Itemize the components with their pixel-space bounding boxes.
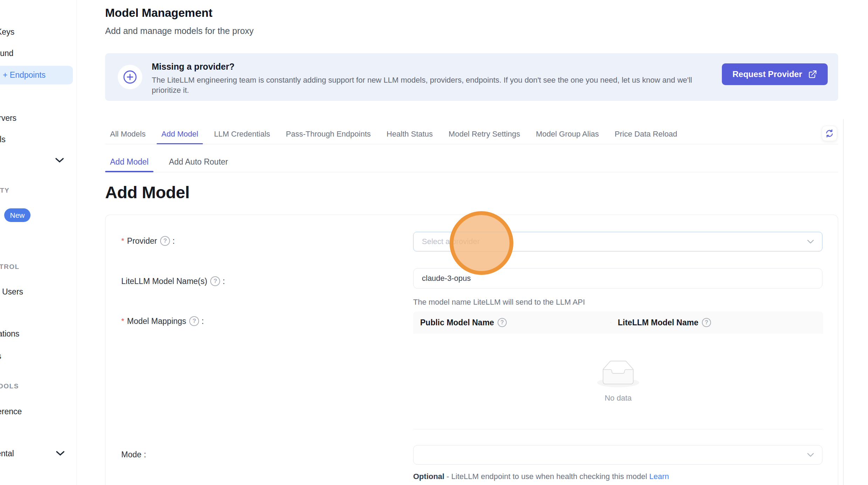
sidebar-item-keys[interactable]: Keys — [0, 27, 14, 37]
sidebar-item-logs[interactable]: s — [0, 352, 1, 361]
model-mappings-label: * Model Mappings ? : — [121, 316, 204, 326]
chevron-down-icon — [807, 239, 814, 244]
refresh-icon — [825, 129, 834, 138]
add-model-form-card: * Provider ? : Select a provider LiteLLM… — [105, 215, 838, 485]
scrollbar-track-line — [843, 119, 844, 485]
tab-model-group-alias[interactable]: Model Group Alias — [536, 124, 599, 144]
column-litellm-model-name: LiteLLM Model Name ? — [611, 318, 823, 327]
mode-select[interactable] — [413, 445, 822, 465]
chevron-down-icon — [55, 156, 64, 166]
model-mappings-table: Public Model Name ? LiteLLM Model Name ? — [413, 311, 823, 429]
provider-select[interactable]: Select a provider — [413, 232, 822, 251]
sidebar-item-inference[interactable]: erence — [0, 407, 22, 416]
sidebar-item-playground[interactable]: und — [0, 49, 13, 58]
mode-helper-bold: Optional — [413, 472, 444, 481]
plus-circle-icon — [118, 65, 142, 89]
help-icon[interactable]: ? — [498, 318, 507, 327]
request-provider-button[interactable]: Request Provider — [722, 63, 828, 85]
mode-helper-text: - LiteLLM endpoint to use when health ch… — [444, 472, 649, 481]
provider-placeholder: Select a provider — [422, 237, 480, 246]
provider-label-text: Provider — [127, 236, 157, 246]
mode-helper: Optional - LiteLLM endpoint to use when … — [413, 472, 669, 481]
learn-link[interactable]: Learn — [649, 472, 669, 481]
sidebar-item-experimental[interactable]: ental — [0, 449, 14, 458]
required-mark: * — [121, 236, 124, 245]
help-icon[interactable]: ? — [160, 236, 170, 246]
chevron-down-icon — [807, 452, 814, 457]
sidebar: Keys und + Endpoints rvers ils TY New TR… — [0, 0, 77, 485]
help-icon[interactable]: ? — [210, 276, 220, 286]
tab-llm-credentials[interactable]: LLM Credentials — [214, 124, 270, 144]
new-badge: New — [4, 208, 30, 222]
tab-health-status[interactable]: Health Status — [387, 124, 433, 144]
sidebar-section-observability: TY — [0, 187, 9, 194]
external-link-icon — [808, 70, 817, 79]
request-provider-label: Request Provider — [732, 69, 802, 79]
banner-title: Missing a provider? — [152, 62, 234, 72]
add-model-subtabs: Add Model Add Auto Router — [105, 152, 838, 172]
model-name-helper: The model name LiteLLM will send to the … — [413, 298, 585, 307]
label-colon: : — [223, 277, 225, 286]
banner-body: The LiteLLM engineering team is constant… — [152, 75, 705, 95]
add-model-heading: Add Model — [105, 183, 190, 202]
subtab-add-model[interactable]: Add Model — [105, 152, 153, 172]
help-icon[interactable]: ? — [189, 316, 199, 326]
model-mappings-label-text: Model Mappings — [127, 317, 186, 326]
sidebar-item-label: + Endpoints — [3, 70, 46, 80]
sidebar-item-organizations[interactable]: ations — [0, 329, 19, 339]
missing-provider-banner: Missing a provider? The LiteLLM engineer… — [105, 53, 838, 101]
empty-box-icon — [597, 360, 639, 389]
provider-label: * Provider ? : — [121, 236, 175, 246]
sidebar-item-collapsible[interactable] — [55, 156, 64, 166]
sidebar-item-users[interactable]: Users — [2, 287, 23, 297]
model-tabs: All Models Add Model LLM Credentials Pas… — [105, 124, 838, 144]
label-colon: : — [201, 317, 204, 326]
mappings-table-header: Public Model Name ? LiteLLM Model Name ? — [413, 311, 823, 334]
tab-price-data-reload[interactable]: Price Data Reload — [615, 124, 677, 144]
label-colon: : — [144, 450, 146, 459]
label-colon: : — [172, 236, 175, 246]
help-icon[interactable]: ? — [702, 318, 711, 327]
chevron-down-icon[interactable] — [55, 450, 65, 457]
subtab-add-auto-router[interactable]: Add Auto Router — [164, 152, 233, 172]
model-name-label: LiteLLM Model Name(s) ? : — [121, 276, 225, 286]
tab-model-retry-settings[interactable]: Model Retry Settings — [449, 124, 520, 144]
tab-add-model[interactable]: Add Model — [161, 124, 198, 144]
page-subtitle: Add and manage models for the proxy — [105, 26, 254, 36]
page-title: Model Management — [105, 6, 212, 20]
column-public-model-name: Public Model Name ? — [413, 318, 611, 327]
required-mark: * — [121, 317, 124, 326]
sidebar-item-guardrails[interactable]: ils — [0, 135, 6, 144]
mappings-empty-state: No data — [413, 334, 823, 429]
tab-pass-through-endpoints[interactable]: Pass-Through Endpoints — [286, 124, 371, 144]
mode-label-text: Mode — [121, 450, 142, 459]
sidebar-item-servers[interactable]: rvers — [0, 113, 16, 123]
refresh-button[interactable] — [822, 126, 837, 141]
tab-all-models[interactable]: All Models — [110, 124, 145, 144]
sidebar-item-models-endpoints[interactable]: + Endpoints — [0, 66, 73, 84]
sidebar-section-tools: OOLS — [0, 382, 19, 390]
no-data-text: No data — [604, 394, 631, 403]
model-name-label-text: LiteLLM Model Name(s) — [121, 277, 207, 286]
mode-label: Mode : — [121, 450, 146, 459]
model-name-input[interactable] — [413, 268, 822, 289]
sidebar-section-control: TROL — [0, 263, 20, 271]
